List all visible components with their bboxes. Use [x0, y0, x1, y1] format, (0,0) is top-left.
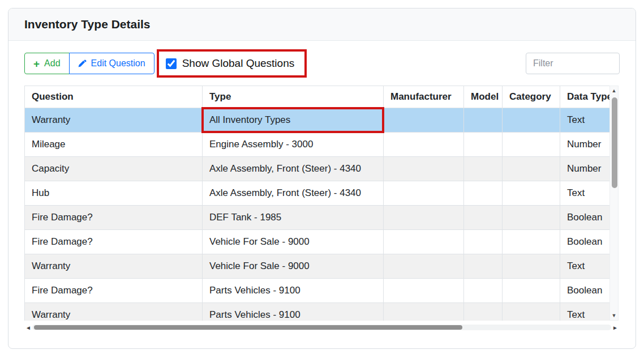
vertical-scrollbar-track[interactable]: [610, 95, 618, 311]
cell-question[interactable]: Fire Damage?: [25, 230, 203, 254]
cell-question[interactable]: Fire Damage?: [25, 206, 203, 230]
cell-category[interactable]: [503, 157, 560, 181]
cell-type[interactable]: Vehicle For Sale - 9000: [203, 254, 384, 279]
cell-model[interactable]: [464, 279, 503, 303]
horizontal-scrollbar-thumb[interactable]: [34, 325, 462, 330]
cell-type[interactable]: Parts Vehicles - 9100: [203, 303, 384, 321]
questions-table-viewport: QuestionTypeManufacturerModelCategoryDat…: [24, 86, 609, 321]
vertical-scrollbar-thumb[interactable]: [612, 97, 617, 188]
table-header-row: QuestionTypeManufacturerModelCategoryDat…: [25, 86, 610, 108]
annotation-box-show-global-questions: Show Global Questions: [157, 49, 307, 78]
cell-data_type[interactable]: Text: [560, 254, 610, 279]
table-row[interactable]: HubAxle Assembly, Front (Steer) - 4340Te…: [25, 181, 610, 206]
page-title: Inventory Type Details: [24, 18, 620, 31]
table-row[interactable]: CapacityAxle Assembly, Front (Steer) - 4…: [25, 157, 610, 181]
table-body: WarrantyAll Inventory TypesTextMileageEn…: [25, 108, 610, 321]
pencil-icon: [78, 59, 87, 68]
plus-icon: +: [33, 58, 40, 69]
cell-model[interactable]: [464, 108, 503, 133]
scroll-right-icon[interactable]: ►: [611, 325, 619, 331]
cell-model[interactable]: [464, 181, 503, 206]
horizontal-scrollbar-track[interactable]: [32, 325, 611, 330]
cell-type[interactable]: DEF Tank - 1985: [203, 206, 384, 230]
cell-manufacturer[interactable]: [384, 254, 464, 279]
table-row[interactable]: WarrantyVehicle For Sale - 9000Text: [25, 254, 610, 279]
cell-data_type[interactable]: Boolean: [560, 279, 610, 303]
cell-category[interactable]: [503, 254, 560, 279]
cell-type[interactable]: All Inventory Types: [203, 108, 384, 133]
add-button-label: Add: [44, 58, 60, 69]
scroll-down-icon[interactable]: ▼: [610, 311, 618, 320]
table-row[interactable]: Fire Damage?Parts Vehicles - 9100Boolean: [25, 279, 610, 303]
toolbar: + Add Edit Question Show Global Question…: [24, 49, 620, 78]
cell-question[interactable]: Hub: [25, 181, 203, 206]
card-body: + Add Edit Question Show Global Question…: [8, 41, 636, 332]
table-area: QuestionTypeManufacturerModelCategoryDat…: [24, 86, 620, 321]
column-header-question[interactable]: Question: [25, 86, 203, 108]
cell-question[interactable]: Capacity: [25, 157, 203, 181]
cell-manufacturer[interactable]: [384, 279, 464, 303]
cell-type[interactable]: Axle Assembly, Front (Steer) - 4340: [203, 181, 384, 206]
scroll-up-icon[interactable]: ▲: [610, 86, 618, 95]
column-header-manufacturer[interactable]: Manufacturer: [384, 86, 464, 108]
edit-question-button[interactable]: Edit Question: [69, 53, 154, 74]
column-header-model[interactable]: Model: [464, 86, 503, 108]
card-header: Inventory Type Details: [8, 8, 636, 41]
cell-category[interactable]: [503, 181, 560, 206]
cell-category[interactable]: [503, 279, 560, 303]
questions-table: QuestionTypeManufacturerModelCategoryDat…: [24, 86, 609, 321]
cell-question[interactable]: Fire Damage?: [25, 279, 203, 303]
show-global-questions-label: Show Global Questions: [182, 57, 295, 70]
cell-type[interactable]: Parts Vehicles - 9100: [203, 279, 384, 303]
horizontal-scrollbar[interactable]: ◄ ►: [24, 323, 619, 332]
cell-category[interactable]: [503, 303, 560, 321]
cell-category[interactable]: [503, 108, 560, 133]
cell-model[interactable]: [464, 157, 503, 181]
cell-type[interactable]: Engine Assembly - 3000: [203, 133, 384, 157]
cell-manufacturer[interactable]: [384, 230, 464, 254]
cell-manufacturer[interactable]: [384, 108, 464, 133]
cell-question[interactable]: Mileage: [25, 133, 203, 157]
column-header-category[interactable]: Category: [503, 86, 560, 108]
cell-model[interactable]: [464, 133, 503, 157]
cell-type[interactable]: Vehicle For Sale - 9000: [203, 230, 384, 254]
vertical-scrollbar[interactable]: ▲ ▼: [609, 86, 619, 321]
cell-question[interactable]: Warranty: [25, 108, 203, 133]
cell-data_type[interactable]: Boolean: [560, 206, 610, 230]
cell-manufacturer[interactable]: [384, 303, 464, 321]
cell-question[interactable]: Warranty: [25, 254, 203, 279]
edit-question-button-label: Edit Question: [91, 58, 145, 69]
scroll-left-icon[interactable]: ◄: [24, 325, 32, 331]
column-header-data_type[interactable]: Data Type: [560, 86, 610, 108]
table-row[interactable]: Fire Damage?DEF Tank - 1985Boolean: [25, 206, 610, 230]
cell-data_type[interactable]: Number: [560, 157, 610, 181]
cell-data_type[interactable]: Text: [560, 108, 610, 133]
inventory-type-details-card: Inventory Type Details + Add Edit Questi…: [8, 8, 636, 349]
add-button[interactable]: + Add: [24, 53, 70, 74]
cell-manufacturer[interactable]: [384, 157, 464, 181]
cell-data_type[interactable]: Number: [560, 133, 610, 157]
table-row[interactable]: MileageEngine Assembly - 3000Number: [25, 133, 610, 157]
cell-category[interactable]: [503, 230, 560, 254]
cell-manufacturer[interactable]: [384, 181, 464, 206]
cell-model[interactable]: [464, 254, 503, 279]
column-header-type[interactable]: Type: [203, 86, 384, 108]
show-global-questions-checkbox[interactable]: [166, 58, 177, 69]
cell-model[interactable]: [464, 206, 503, 230]
cell-manufacturer[interactable]: [384, 133, 464, 157]
cell-data_type[interactable]: Text: [560, 181, 610, 206]
table-row[interactable]: Fire Damage?Vehicle For Sale - 9000Boole…: [25, 230, 610, 254]
cell-data_type[interactable]: Boolean: [560, 230, 610, 254]
cell-category[interactable]: [503, 133, 560, 157]
cell-model[interactable]: [464, 230, 503, 254]
table-row[interactable]: WarrantyAll Inventory TypesText: [25, 108, 610, 133]
table-row[interactable]: WarrantyParts Vehicles - 9100Text: [25, 303, 610, 321]
annotation-box-type-cell: [201, 107, 384, 133]
cell-type[interactable]: Axle Assembly, Front (Steer) - 4340: [203, 157, 384, 181]
cell-model[interactable]: [464, 303, 503, 321]
cell-question[interactable]: Warranty: [25, 303, 203, 321]
cell-manufacturer[interactable]: [384, 206, 464, 230]
filter-input[interactable]: [526, 53, 620, 74]
cell-category[interactable]: [503, 206, 560, 230]
cell-data_type[interactable]: Text: [560, 303, 610, 321]
